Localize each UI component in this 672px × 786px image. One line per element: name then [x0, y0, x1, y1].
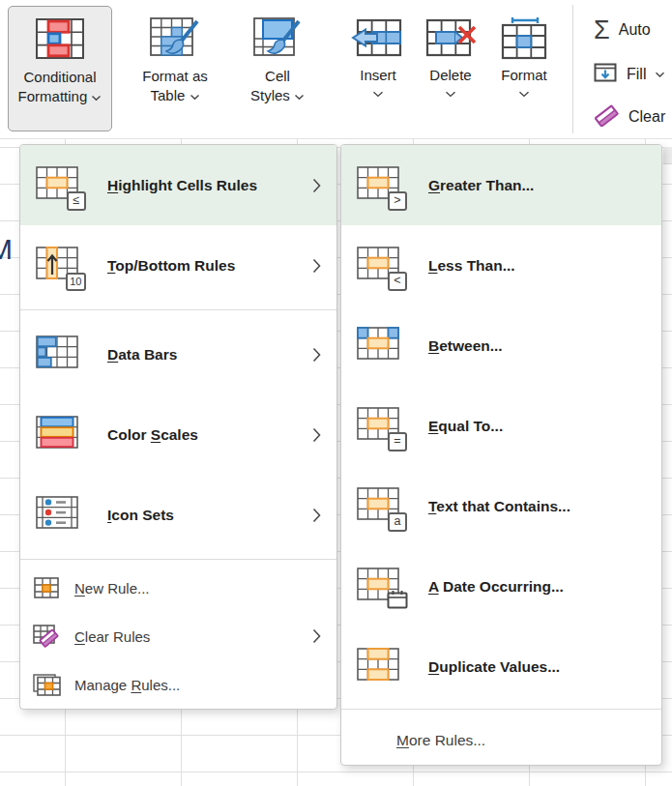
- highlight-cells-rules-icon: ≤: [36, 166, 82, 205]
- menu-item-color-scales[interactable]: Color Scales: [20, 394, 336, 475]
- menu-item-label: Top/Bottom Rules: [107, 257, 312, 275]
- delete-button[interactable]: Delete: [416, 6, 485, 131]
- submenu-item-label: Less Than...: [428, 257, 646, 275]
- submenu-arrow-icon: [312, 508, 321, 523]
- menu-item-label: New Rule...: [74, 580, 321, 597]
- ten-badge: 10: [66, 273, 86, 291]
- menu-separator: [20, 309, 336, 310]
- chevron-down-icon: [655, 72, 665, 78]
- menu-item-label: Manage Rules...: [74, 677, 321, 693]
- format-button[interactable]: Format: [489, 6, 559, 131]
- submenu-item-greater-than[interactable]: > Greater Than...: [341, 145, 661, 225]
- text-badge: a: [388, 512, 407, 532]
- chevron-down-icon: [518, 91, 530, 98]
- cell-styles-label-line1: Cell: [265, 67, 290, 86]
- submenu-item-label: Between...: [428, 337, 646, 355]
- format-as-table-label-line1: Format as: [142, 67, 208, 86]
- chevron-down-icon: [190, 94, 200, 101]
- conditional-formatting-label-line1: Conditional: [23, 68, 96, 87]
- conditional-formatting-button[interactable]: Conditional Formatting: [8, 6, 112, 131]
- ribbon-group-divider: [572, 5, 573, 133]
- clear-button[interactable]: Clear: [584, 97, 672, 137]
- worksheet-content-fragment: M: [0, 233, 13, 266]
- highlight-cells-rules-submenu: > Greater Than... < Less Than... Between…: [340, 144, 662, 766]
- submenu-arrow-icon: [312, 258, 321, 274]
- greater-than-icon: >: [357, 166, 403, 205]
- menu-item-label: Data Bars: [107, 346, 312, 364]
- fill-label: Fill: [627, 66, 646, 83]
- submenu-item-label: Text that Contains...: [428, 498, 646, 515]
- submenu-item-a-date-occurring[interactable]: A Date Occurring...: [341, 546, 661, 626]
- duplicate-values-icon: [357, 648, 403, 686]
- format-as-table-button[interactable]: Format as Table: [120, 6, 230, 131]
- submenu-arrow-icon: [312, 347, 321, 363]
- chevron-down-icon: [91, 95, 102, 102]
- submenu-item-text-that-contains[interactable]: a Text that Contains...: [341, 466, 661, 546]
- icon-sets-icon: [36, 496, 82, 535]
- format-as-table-icon: [149, 13, 201, 63]
- data-bars-icon: [36, 335, 82, 374]
- submenu-arrow-icon: [312, 427, 321, 443]
- calendar-badge-icon: [387, 590, 408, 613]
- submenu-item-label: A Date Occurring...: [428, 578, 646, 596]
- insert-label: Insert: [360, 67, 396, 83]
- chevron-down-icon: [294, 94, 305, 101]
- cell-styles-icon: [252, 13, 303, 63]
- color-scales-icon: [36, 416, 82, 454]
- submenu-item-label: Greater Than...: [428, 177, 646, 194]
- delete-label: Delete: [429, 67, 471, 83]
- conditional-formatting-icon: [34, 14, 86, 64]
- fill-down-icon: [594, 62, 618, 88]
- menu-item-clear-rules[interactable]: Clear Rules: [20, 612, 336, 660]
- ribbon: Conditional Formatting Format as Table: [0, 0, 672, 139]
- text-contains-icon: a: [357, 487, 403, 526]
- menu-item-label: Clear Rules: [74, 628, 312, 645]
- submenu-item-label: Equal To...: [428, 418, 646, 435]
- conditional-formatting-label-line2: Formatting: [18, 87, 102, 106]
- menu-item-top-bottom-rules[interactable]: 10 Top/Bottom Rules: [20, 225, 336, 306]
- submenu-item-label: Duplicate Values...: [428, 658, 646, 676]
- submenu-arrow-icon: [312, 628, 321, 644]
- between-icon: [357, 327, 403, 365]
- chevron-down-icon: [372, 91, 384, 98]
- menu-item-highlight-cells-rules[interactable]: ≤ Highlight Cells Rules: [20, 145, 336, 225]
- manage-rules-icon: [32, 674, 61, 696]
- date-occurring-icon: [357, 568, 403, 606]
- clear-label: Clear: [628, 108, 665, 126]
- fill-button[interactable]: Fill: [584, 54, 672, 95]
- submenu-item-label: More Rules...: [396, 732, 485, 749]
- submenu-item-duplicate-values[interactable]: Duplicate Values...: [341, 626, 661, 707]
- less-equal-badge: ≤: [67, 191, 86, 211]
- chevron-down-icon: [445, 91, 456, 98]
- menu-item-manage-rules[interactable]: Manage Rules...: [20, 660, 336, 709]
- menu-separator: [20, 559, 336, 560]
- menu-item-new-rule[interactable]: New Rule...: [20, 564, 336, 612]
- new-rule-icon: [32, 577, 61, 599]
- conditional-formatting-menu: ≤ Highlight Cells Rules 10 Top/Bottom Ru…: [19, 144, 337, 710]
- sigma-icon: Σ: [594, 17, 610, 44]
- submenu-item-less-than[interactable]: < Less Than...: [341, 225, 661, 306]
- menu-item-label: Highlight Cells Rules: [107, 177, 312, 194]
- cell-styles-label-line2: Styles: [250, 86, 305, 105]
- eraser-icon: [594, 104, 620, 131]
- insert-button[interactable]: Insert: [346, 6, 410, 131]
- cell-styles-button[interactable]: Cell Styles: [232, 6, 323, 131]
- worksheet-cell-stub: [663, 147, 672, 164]
- autosum-label: Auto: [619, 21, 651, 39]
- less-than-badge: <: [388, 272, 407, 291]
- autosum-button[interactable]: Σ Auto: [584, 10, 672, 50]
- format-as-table-label-line2: Table: [150, 86, 199, 105]
- menu-item-label: Icon Sets: [107, 507, 312, 524]
- greater-than-badge: >: [388, 191, 407, 211]
- menu-item-icon-sets[interactable]: Icon Sets: [20, 475, 336, 555]
- top-bottom-rules-icon: 10: [36, 247, 82, 285]
- equal-badge: =: [388, 432, 407, 451]
- menu-item-data-bars[interactable]: Data Bars: [20, 314, 336, 394]
- submenu-item-equal-to[interactable]: = Equal To...: [341, 386, 661, 466]
- delete-cells-icon: [424, 15, 478, 60]
- submenu-item-more-rules[interactable]: More Rules...: [341, 715, 661, 765]
- less-than-icon: <: [357, 247, 403, 285]
- submenu-item-between[interactable]: Between...: [341, 306, 661, 386]
- format-cells-icon: [498, 15, 550, 60]
- clear-rules-icon: [32, 625, 61, 648]
